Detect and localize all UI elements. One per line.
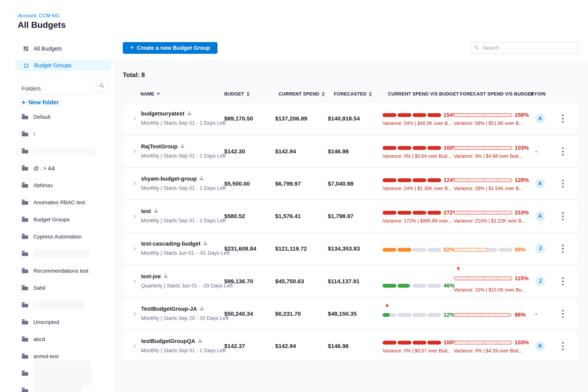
hierarchy-icon <box>153 208 158 214</box>
budget-group-name[interactable]: test-joe <box>141 273 161 280</box>
forecast-vs-budget-percent: 115% <box>514 275 528 282</box>
folder-item[interactable] <box>9 142 114 160</box>
folder-item[interactable] <box>9 245 114 262</box>
column-header[interactable]: CURRENT SPEND V/S BUDGET <box>388 91 459 97</box>
forecast-vs-budget-percent: 96% <box>514 312 526 318</box>
folder-item[interactable]: Unscripted <box>9 314 114 331</box>
new-folder-button[interactable]: + New folder <box>22 98 59 106</box>
budget-group-name[interactable]: RajTestGroup <box>141 143 178 150</box>
folder-item[interactable]: Anomalies RBAC test <box>9 194 114 211</box>
folder-icon <box>22 302 28 308</box>
folder-item[interactable]: @ . > && <box>9 160 114 177</box>
hierarchy-icon <box>199 306 204 312</box>
budget-group-row: test-joe Quarterly | Starts Jun 01 - -29… <box>123 266 578 297</box>
sort-icon[interactable] <box>369 92 372 96</box>
column-header[interactable]: FORECASTED <box>334 91 372 97</box>
expand-chevron-icon[interactable] <box>132 103 137 134</box>
folder-item[interactable]: Default <box>9 108 114 126</box>
app-container: Account: CCM-NG All Budgets All Budgets … <box>9 10 588 392</box>
row-menu-button[interactable] <box>560 136 566 167</box>
expand-chevron-icon[interactable] <box>132 266 137 297</box>
search-input[interactable] <box>482 45 575 51</box>
forecast-vs-budget-percent: 158% <box>514 112 529 118</box>
by-on-cell: A <box>535 168 545 199</box>
budget-schedule: Monthly | Starts Sep 20 - 20 Days Left <box>141 315 229 321</box>
budget-schedule: Monthly | Starts Sep 01 - 1 Days Left <box>141 218 226 224</box>
expand-chevron-icon[interactable] <box>132 233 137 264</box>
expand-chevron-icon[interactable] <box>132 136 137 167</box>
sort-icon[interactable] <box>322 92 325 96</box>
folder-label <box>34 250 89 258</box>
by-on-cell: J <box>535 233 545 264</box>
column-header[interactable]: NAME <box>140 91 160 97</box>
budget-group-name[interactable]: test <box>141 208 151 214</box>
current-vs-budget-bar <box>382 146 441 150</box>
current-vs-budget-bar <box>382 113 441 117</box>
expand-chevron-icon[interactable] <box>132 200 137 232</box>
row-menu-button[interactable] <box>560 298 566 329</box>
budget-group-name[interactable]: budgetsuryatest <box>141 110 184 117</box>
budget-schedule: Monthly | Starts Sep 01 - 1 Days Left <box>141 185 226 191</box>
forecast-vs-budget-bar <box>454 248 512 252</box>
owner-avatar: - <box>535 148 537 155</box>
current-spend-value: $121,119.72 <box>275 233 307 264</box>
row-menu-button[interactable] <box>560 103 566 134</box>
folder-icon <box>22 199 28 206</box>
budget-group-name[interactable]: testBudgetGroupQA <box>141 338 195 344</box>
account-breadcrumb[interactable]: Account: CCM-NG <box>18 13 60 19</box>
folder-icon <box>22 234 28 240</box>
folder-item[interactable]: ! <box>9 126 114 142</box>
owner-avatar: A <box>535 211 545 221</box>
create-budget-group-label: Create a new Budget Group <box>137 45 210 51</box>
expand-chevron-icon[interactable] <box>132 298 137 329</box>
forecasted-value: $7,040.98 <box>328 168 354 199</box>
sidebar-item-budget-groups[interactable]: Budget Groups <box>15 60 111 71</box>
budget-group-name[interactable]: TestBudgetGroup-JA <box>141 306 197 312</box>
folder-item[interactable]: abcd <box>9 331 114 348</box>
column-header[interactable]: BY/ON <box>530 91 546 97</box>
sort-icon[interactable] <box>156 93 160 95</box>
budget-group-row: test-cascading-budget Monthly | Starts J… <box>123 233 578 264</box>
folder-item[interactable]: Abhinav <box>9 177 114 194</box>
forecast-vs-budget-bar <box>454 211 512 215</box>
column-header[interactable]: FORECAST SPEND V/S BUDGET <box>460 91 534 97</box>
budget-value: $50,240.34 <box>224 298 253 329</box>
folder-label: abcd <box>34 336 45 342</box>
folder-item[interactable] <box>9 296 114 314</box>
folder-item[interactable]: Budget Groups <box>9 211 114 228</box>
folder-item[interactable]: Cypress Automation <box>9 228 114 245</box>
row-menu-button[interactable] <box>560 266 566 297</box>
sort-icon[interactable] <box>246 92 250 96</box>
folders-section-title: Folders <box>22 85 41 92</box>
column-header[interactable]: CURRENT SPEND <box>279 91 325 97</box>
folder-icon <box>22 131 28 138</box>
forecast-vs-budget-percent: 103% <box>514 339 529 346</box>
forecasted-value: $1,798.97 <box>328 200 354 232</box>
expand-chevron-icon[interactable] <box>132 168 137 199</box>
sidebar-item-all-budgets[interactable]: All Budgets <box>9 43 114 54</box>
current-vs-budget-percent: 52% <box>444 246 455 253</box>
column-label: CURRENT SPEND V/S BUDGET <box>388 91 459 97</box>
column-label: NAME <box>140 91 154 97</box>
create-budget-group-button[interactable]: + Create a new Budget Group <box>123 42 218 54</box>
current-spend-value: $142.94 <box>275 136 296 167</box>
column-header[interactable]: BUDGET <box>224 91 250 97</box>
row-menu-button[interactable] <box>560 233 566 264</box>
budget-value: $231,608.84 <box>224 233 256 264</box>
row-menu-button[interactable] <box>560 200 566 232</box>
folder-item[interactable]: Sahil <box>9 280 114 296</box>
expand-chevron-icon[interactable] <box>132 330 137 362</box>
forecast-vs-budget-percent: 103% <box>514 145 529 151</box>
current-vs-budget-percent: 12% <box>444 312 455 318</box>
row-menu-button[interactable] <box>560 330 566 362</box>
row-menu-button[interactable] <box>560 168 566 199</box>
budget-group-name[interactable]: test-cascading-budget <box>141 240 200 247</box>
folder-search-button[interactable] <box>96 80 108 92</box>
folder-label: Default <box>34 114 50 120</box>
budget-group-name[interactable]: shyam-budget-group <box>141 176 197 182</box>
folder-label: Budget Groups <box>34 216 70 223</box>
folder-item[interactable]: Recommendations test <box>9 262 114 280</box>
column-label: FORECAST SPEND V/S BUDGET <box>460 91 534 97</box>
folder-item[interactable] <box>9 365 114 382</box>
folder-label: @ . > && <box>34 165 55 172</box>
